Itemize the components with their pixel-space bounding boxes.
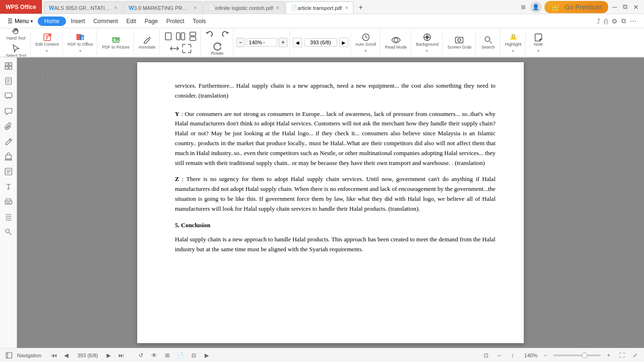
auto-scroll-dropdown[interactable]: ▾ xyxy=(364,49,367,53)
last-page-btn[interactable]: ⏭ xyxy=(116,350,126,361)
attachment-panel-btn[interactable] xyxy=(2,120,15,133)
new-tab-button[interactable]: + xyxy=(355,1,366,14)
highlight-button[interactable]: Highlight xyxy=(503,32,523,48)
play-btn[interactable]: ▶ xyxy=(202,350,212,361)
prev-page-status-btn[interactable]: ◀ xyxy=(61,350,72,361)
protect-menu[interactable]: Protect xyxy=(163,16,188,26)
svg-rect-24 xyxy=(5,93,12,98)
page-menu[interactable]: Page xyxy=(141,16,162,26)
dual-doc-btn[interactable]: ⊟ xyxy=(189,350,199,361)
edit-dropdown-arrow[interactable]: ▾ xyxy=(46,49,48,53)
annotation-panel-btn[interactable] xyxy=(2,90,15,103)
edit-content-button[interactable]: Edit Content xyxy=(33,32,61,48)
continuous-button[interactable] xyxy=(187,31,198,42)
svg-rect-6 xyxy=(165,33,172,40)
doc-btn[interactable]: 📄 xyxy=(175,350,186,361)
search-panel-btn[interactable] xyxy=(2,225,15,239)
zoom-out-status-btn[interactable]: − xyxy=(540,350,551,361)
restore-button[interactable]: ⧉ xyxy=(621,3,629,11)
screen-grab-button[interactable]: Screen Grab xyxy=(446,34,473,51)
comment-panel-btn[interactable] xyxy=(2,105,15,118)
zoom-dropdown-icon[interactable]: ▾ xyxy=(263,41,265,45)
zoom-out-button[interactable]: − xyxy=(236,38,245,47)
print-header-icon[interactable]: ⎙ xyxy=(604,17,608,25)
zoom-slider-thumb[interactable] xyxy=(582,353,587,358)
fit-page-btn[interactable]: ⊡ xyxy=(481,350,491,361)
select-tool-button[interactable]: Select Tool xyxy=(4,43,28,58)
settings-icon[interactable]: ⚙ xyxy=(611,17,618,25)
thumbnail-panel-btn[interactable] xyxy=(2,59,15,73)
rotate-button[interactable]: Rotate xyxy=(208,41,227,57)
home-button[interactable]: Home xyxy=(38,16,66,26)
note-dropdown[interactable]: ▾ xyxy=(537,49,540,53)
fit-width-button[interactable] xyxy=(169,43,180,54)
close-button[interactable]: ✕ xyxy=(632,3,640,11)
pdf-office-dropdown[interactable]: ▾ xyxy=(79,49,82,53)
refresh-btn[interactable]: ↺ xyxy=(136,350,146,361)
undo-button[interactable] xyxy=(204,28,217,40)
tab-2-close[interactable]: ✕ xyxy=(193,5,197,10)
highlight-dropdown[interactable]: ▾ xyxy=(512,49,514,53)
fullscreen-status-btn[interactable]: ⛶ xyxy=(617,350,627,361)
tab-2[interactable]: W 3.0 MARKETING PROGRAM ✕ xyxy=(124,1,202,14)
wps-logo[interactable]: WPS Office xyxy=(0,0,42,14)
comment-menu[interactable]: Comment xyxy=(90,16,122,26)
redo-button[interactable] xyxy=(218,28,231,40)
edit-menu[interactable]: Edit xyxy=(123,16,140,26)
stamp-panel-btn[interactable] xyxy=(2,150,15,163)
minimize-button[interactable]: ─ xyxy=(611,3,619,11)
pdf-to-picture-button[interactable]: PDF to Picture xyxy=(100,34,132,51)
user-avatar[interactable]: 👤 xyxy=(530,1,542,13)
share-icon[interactable]: ⤴ xyxy=(597,17,600,25)
read-mode-button[interactable]: Read Mode xyxy=(383,34,409,51)
background-dropdown[interactable]: ▾ xyxy=(426,49,428,53)
first-page-btn[interactable]: ⏮ xyxy=(49,350,59,361)
page-navigation: ⏮ ◀ 393 (6/8) ▶ ⏭ xyxy=(49,350,126,361)
background-button[interactable]: Background xyxy=(414,32,440,48)
two-page-button[interactable] xyxy=(175,31,186,42)
expand-status-btn[interactable]: ⤢ xyxy=(630,350,640,361)
multiwindow-icon[interactable]: ⧉ xyxy=(621,17,626,25)
nav-panel-toggle[interactable] xyxy=(4,350,14,361)
pdf-to-office-button[interactable]: PDF to Office xyxy=(66,32,95,48)
hand-tool-button[interactable]: Hand Tool xyxy=(5,28,27,42)
single-page-button[interactable] xyxy=(163,31,174,42)
page-display[interactable]: 393 (6/8) xyxy=(304,38,337,47)
prev-page-button[interactable]: ◀ xyxy=(293,38,302,47)
print-panel-btn[interactable] xyxy=(2,195,15,208)
tab-list-icon[interactable]: ⊞ xyxy=(519,3,528,11)
hand-tool-label: Hand Tool xyxy=(7,36,25,41)
zoom-in-button[interactable]: + xyxy=(279,38,288,47)
tab-1[interactable]: W ALS 3053 GR...NTATION (2) ✕ xyxy=(44,1,123,14)
page-panel-btn[interactable] xyxy=(2,74,15,88)
fit-width-btn[interactable]: ↔ xyxy=(494,350,504,361)
annotate-button[interactable]: Annotate xyxy=(137,34,157,51)
text-panel-btn[interactable] xyxy=(2,180,15,193)
insert-menu[interactable]: Insert xyxy=(67,16,89,26)
spread-btn[interactable]: ⊞ xyxy=(162,350,173,361)
tab-3-close[interactable]: ✕ xyxy=(276,5,280,10)
more-icon[interactable]: ⋯ xyxy=(630,17,636,25)
note-button[interactable]: Note xyxy=(529,32,548,48)
auto-scroll-button[interactable]: Auto Scroll xyxy=(354,32,378,48)
tab-1-close[interactable]: ✕ xyxy=(114,5,117,10)
menu-hamburger[interactable]: ☰ Menu ▾ xyxy=(4,16,37,26)
search-toolbar-button[interactable]: Search xyxy=(479,34,498,51)
eye-btn[interactable]: 👁 xyxy=(149,350,159,361)
zoom-in-status-btn[interactable]: + xyxy=(603,350,614,361)
draw-panel-btn[interactable] xyxy=(2,135,15,148)
zoom-input[interactable]: 140% ▾ xyxy=(247,38,277,47)
tools-menu[interactable]: Tools xyxy=(189,16,210,26)
tab-4[interactable]: 📄 article transport.pdf ✕ xyxy=(286,1,354,14)
pdf-viewer[interactable]: — services. Furthermore... Halal supply … xyxy=(17,58,644,348)
form-panel-btn[interactable] xyxy=(2,165,15,178)
premium-button[interactable]: 👑 Go Premium xyxy=(545,1,609,13)
tab-3[interactable]: 📄 infinite logistic contoh.pdf ✕ xyxy=(203,1,285,14)
zoom-slider[interactable] xyxy=(553,354,601,356)
watermark-panel-btn[interactable] xyxy=(2,210,15,223)
tab-4-close[interactable]: ✕ xyxy=(345,5,348,10)
fit-height-btn[interactable]: ↕ xyxy=(507,350,518,361)
fullscreen-button[interactable] xyxy=(181,43,192,54)
next-page-status-btn[interactable]: ▶ xyxy=(104,350,114,361)
next-page-button[interactable]: ▶ xyxy=(339,38,348,47)
